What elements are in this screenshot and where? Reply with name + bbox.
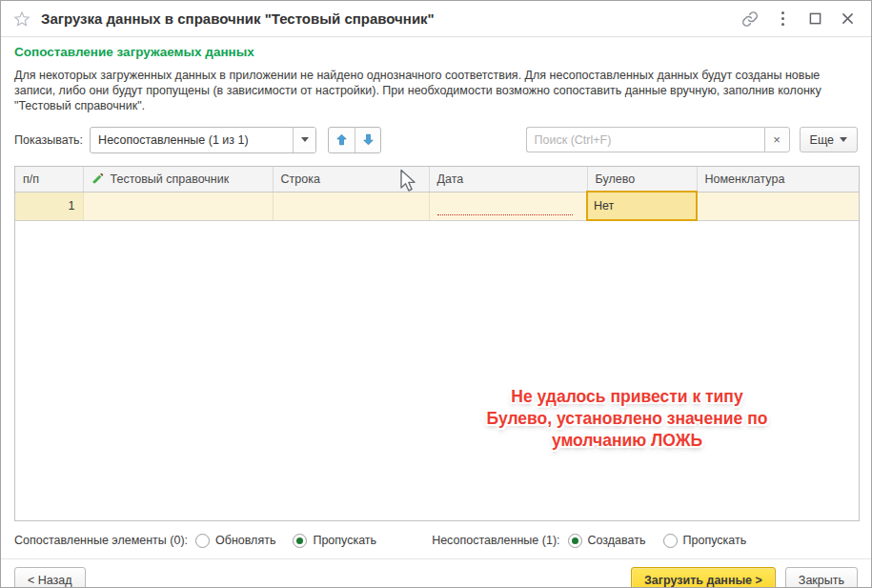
load-options-row: Сопоставленные элементы (0): Обновлять П… [14, 530, 858, 551]
chevron-down-icon [301, 137, 309, 142]
close-form-button[interactable]: Закрыть [785, 567, 858, 588]
content-area: Сопоставление загружаемых данных Для нек… [1, 37, 871, 551]
filter-combobox[interactable]: Несопоставленные (1 из 1) [90, 127, 316, 153]
maximize-button[interactable] [802, 7, 827, 31]
more-menu-kebab-icon[interactable] [770, 7, 795, 31]
radio-matched-skip-label[interactable]: Пропускать [313, 534, 376, 547]
description-text: Для некоторых загруженных данных в прило… [14, 68, 845, 113]
table-header-row: п/п Тестовый справочник Строка Дата Буле… [15, 167, 859, 192]
column-header-test-catalog[interactable]: Тестовый справочник [83, 167, 273, 192]
filter-combobox-value[interactable]: Несопоставленные (1 из 1) [91, 128, 293, 152]
back-button[interactable]: < Назад [14, 567, 86, 588]
column-header-date[interactable]: Дата [429, 167, 587, 192]
radio-unmatched-skip[interactable]: Пропускать [663, 534, 747, 548]
radio-matched-update-label[interactable]: Обновлять [215, 534, 275, 547]
close-button[interactable] [835, 7, 860, 31]
favorite-star-icon[interactable] [12, 10, 31, 29]
cell-nomenclature[interactable] [697, 192, 859, 220]
more-button[interactable]: Еще [800, 127, 858, 152]
mapping-table-area: п/п Тестовый справочник Строка Дата Буле… [14, 166, 860, 521]
title-bar: Загрузка данных в справочник "Тестовый с… [1, 1, 871, 37]
arrow-down-icon [361, 132, 375, 147]
radio-matched-skip[interactable]: Пропускать [293, 534, 376, 548]
show-filter-label: Показывать: [14, 133, 83, 147]
window-title: Загрузка данных в справочник "Тестовый с… [41, 10, 435, 27]
get-link-icon[interactable] [738, 7, 762, 31]
next-unmatched-button[interactable] [355, 128, 380, 152]
cell-boolean-selected[interactable]: Нет [587, 192, 697, 220]
column-header-string[interactable]: Строка [273, 167, 429, 192]
cell-test-catalog[interactable] [83, 192, 273, 220]
error-underline [437, 214, 574, 215]
app-window: Загрузка данных в справочник "Тестовый с… [0, 0, 872, 588]
radio-button-icon[interactable] [195, 534, 210, 548]
kebab-dots [781, 11, 784, 26]
radio-matched-update[interactable]: Обновлять [195, 534, 275, 548]
column-header-nomenclature[interactable]: Номенклатура [697, 167, 859, 192]
cell-date[interactable] [429, 192, 587, 220]
matched-options-label: Сопоставленные элементы (0): [14, 534, 188, 547]
radio-button-icon[interactable] [568, 534, 582, 548]
more-button-label: Еще [810, 133, 834, 147]
cell-string[interactable] [273, 192, 429, 220]
footer-button-bar: < Назад Загрузить данные > Закрыть [1, 558, 871, 588]
mapping-table: п/п Тестовый справочник Строка Дата Буле… [15, 167, 859, 221]
search-clear-button[interactable]: × [764, 127, 790, 152]
radio-button-icon[interactable] [663, 534, 678, 548]
filter-combobox-dropdown-button[interactable] [293, 128, 315, 152]
radio-unmatched-create-label[interactable]: Создавать [588, 534, 646, 547]
prev-unmatched-button[interactable] [329, 128, 355, 152]
cell-row-number[interactable]: 1 [15, 192, 83, 220]
search-input[interactable] [526, 127, 764, 152]
column-header-boolean[interactable]: Булево [587, 167, 697, 192]
column-header-num[interactable]: п/п [15, 167, 83, 192]
radio-unmatched-create[interactable]: Создавать [568, 534, 646, 548]
navigation-arrows [328, 127, 381, 153]
arrow-up-icon [335, 132, 349, 147]
pencil-edit-icon [91, 172, 105, 185]
error-annotation-line1: Не удалось привести к типу [427, 386, 827, 408]
error-annotation: Не удалось привести к типу Булево, устан… [427, 386, 827, 452]
load-data-button[interactable]: Загрузить данные > [631, 567, 776, 588]
radio-unmatched-skip-label[interactable]: Пропускать [683, 534, 747, 547]
page-title: Сопоставление загружаемых данных [14, 45, 858, 59]
chevron-down-icon [840, 137, 847, 142]
unmatched-options-label: Несопоставленные (1): [432, 534, 559, 547]
error-annotation-line2: Булево, установлено значение по [427, 408, 827, 430]
search-box: × [526, 127, 790, 152]
error-annotation-line3: умолчанию ЛОЖЬ [427, 430, 827, 452]
toolbar: Показывать: Несопоставленные (1 из 1) × [14, 126, 858, 153]
column-header-test-catalog-label: Тестовый справочник [111, 172, 230, 186]
radio-button-icon[interactable] [293, 534, 307, 548]
table-row: 1 Нет [15, 192, 859, 220]
